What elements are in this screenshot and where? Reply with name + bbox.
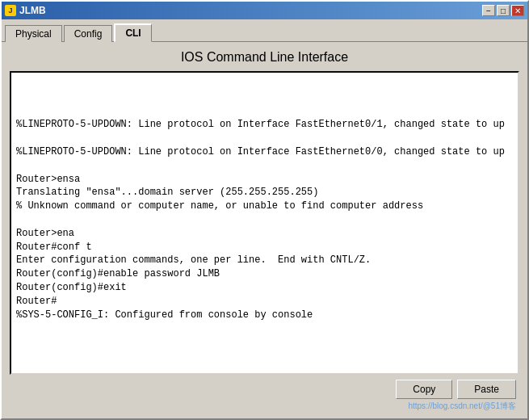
content-area: IOS Command Line Interface %LINEPROTO-5-… — [2, 42, 527, 418]
copy-button[interactable]: Copy — [396, 380, 452, 399]
tab-physical[interactable]: Physical — [5, 25, 62, 42]
window-title: JLMB — [19, 5, 46, 16]
section-title: IOS Command Line Interface — [10, 50, 519, 65]
maximize-button[interactable]: □ — [497, 5, 510, 16]
tab-config[interactable]: Config — [64, 25, 113, 42]
tab-bar: Physical Config CLI — [2, 19, 527, 42]
title-bar-controls: − □ ✕ — [482, 5, 524, 16]
terminal-wrapper: %LINEPROTO-5-UPDOWN: Line protocol on In… — [10, 71, 519, 375]
main-window: J JLMB − □ ✕ Physical Config CLI IOS Com… — [0, 0, 529, 420]
title-bar: J JLMB − □ ✕ — [2, 2, 527, 19]
minimize-button[interactable]: − — [482, 5, 495, 16]
watermark: https://blog.csdn.net/@51博客 — [10, 399, 519, 412]
terminal-scroll[interactable]: %LINEPROTO-5-UPDOWN: Line protocol on In… — [11, 73, 518, 373]
app-icon: J — [5, 5, 16, 16]
terminal-text: %LINEPROTO-5-UPDOWN: Line protocol on In… — [16, 78, 513, 321]
close-button[interactable]: ✕ — [511, 5, 524, 16]
tab-cli[interactable]: CLI — [114, 23, 151, 42]
button-row: Copy Paste — [10, 375, 519, 399]
paste-button[interactable]: Paste — [457, 380, 516, 399]
title-bar-text: J JLMB — [5, 5, 46, 16]
